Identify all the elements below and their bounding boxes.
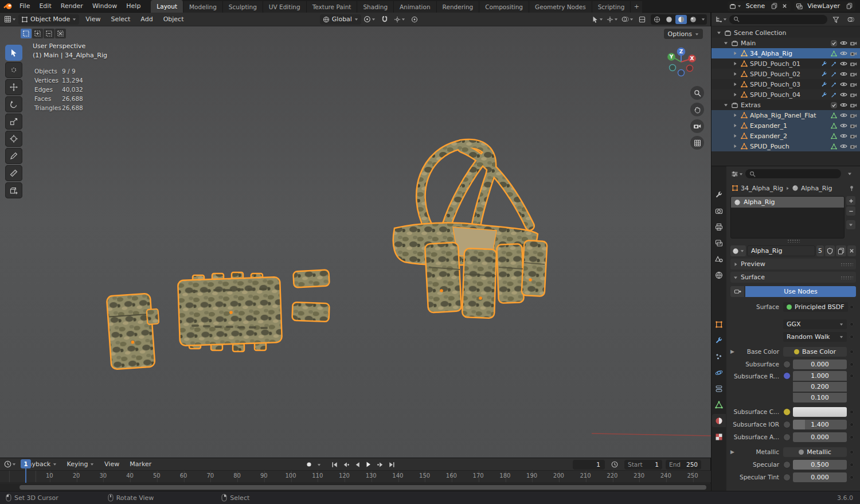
tab-particles[interactable] — [712, 350, 726, 363]
subsurface-radius-z[interactable]: 0.100 — [793, 393, 847, 403]
tab-constraints[interactable] — [712, 382, 726, 395]
disable-render-camera-icon[interactable] — [849, 111, 858, 120]
pivot-point-selector[interactable] — [363, 14, 376, 25]
subsurface-radius-y[interactable]: 0.200 — [793, 382, 847, 392]
tool-scale[interactable] — [5, 114, 22, 130]
disclosure-down-icon[interactable] — [723, 41, 729, 45]
tab-tool[interactable] — [712, 188, 726, 201]
shading-material-preview-button[interactable] — [675, 15, 687, 24]
tab-modifiers[interactable] — [712, 334, 726, 347]
workspace-tab-texture-paint[interactable]: Texture Paint — [307, 1, 358, 13]
workspace-tab-layout[interactable]: Layout — [151, 0, 183, 13]
color-socket-icon[interactable] — [783, 408, 791, 416]
disclosure-down-icon[interactable] — [716, 30, 722, 35]
use-preview-range-icon[interactable] — [608, 459, 621, 470]
tool-select-box[interactable] — [5, 45, 22, 61]
disable-render-camera-icon[interactable] — [849, 60, 858, 68]
breadcrumb-object[interactable]: 34_Alpha_Rig — [741, 185, 783, 192]
list-resize-grip[interactable] — [729, 239, 857, 243]
shading-wireframe-button[interactable] — [651, 15, 663, 24]
panel-grip[interactable] — [841, 263, 853, 266]
outliner-editor-type-selector[interactable] — [714, 14, 727, 25]
select-mode-new[interactable] — [21, 29, 32, 38]
disable-render-camera-icon[interactable] — [849, 70, 858, 79]
modifier-wrench-icon[interactable] — [820, 91, 828, 99]
decorator-dot[interactable] — [847, 450, 856, 454]
next-keyframe-button[interactable] — [375, 459, 385, 470]
socket-icon[interactable] — [783, 461, 791, 468]
tool-rotate[interactable] — [5, 96, 22, 112]
mesh-data-icon[interactable] — [830, 49, 838, 58]
hide-eye-icon[interactable] — [839, 70, 848, 79]
start-frame-field[interactable]: Start1 — [624, 460, 662, 470]
decorator-dot[interactable] — [847, 423, 856, 427]
zoom-icon[interactable] — [690, 86, 704, 100]
new-scene-button[interactable] — [769, 2, 779, 11]
tool-add-cube[interactable] — [5, 182, 22, 198]
node-tree-icon[interactable] — [730, 286, 744, 297]
perspective-toggle-icon[interactable] — [690, 136, 704, 150]
disclosure-right-icon[interactable] — [732, 72, 738, 76]
outliner-row-expander-1[interactable]: Expander_1 — [712, 120, 860, 131]
subsurface-color-swatch[interactable] — [793, 407, 847, 417]
expand-arrow-icon[interactable]: ▶ — [730, 349, 734, 354]
use-nodes-button[interactable]: Use Nodes — [745, 286, 856, 297]
decorator-dot[interactable] — [847, 350, 856, 354]
outliner-row-spud-pouch-02[interactable]: SPUD_Pouch_02 — [712, 69, 860, 79]
disclosure-right-icon[interactable] — [732, 134, 738, 138]
timeline-editor-type-selector[interactable] — [3, 459, 16, 470]
workspace-tab-animation[interactable]: Animation — [394, 1, 437, 13]
slot-specials-menu[interactable] — [846, 220, 855, 229]
play-button[interactable] — [363, 459, 374, 470]
workspace-tab-compositing[interactable]: Compositing — [479, 1, 529, 13]
disable-render-camera-icon[interactable] — [849, 101, 858, 110]
mesh-data-icon[interactable] — [830, 122, 838, 130]
disclosure-down-icon[interactable] — [723, 103, 729, 107]
shading-solid-button[interactable] — [663, 15, 675, 24]
previous-keyframe-button[interactable] — [341, 459, 351, 470]
tool-screwdriver-icon[interactable] — [830, 91, 838, 99]
surface-shader-selector[interactable]: Principled BSDF — [783, 302, 848, 312]
end-frame-field[interactable]: End250 — [666, 460, 701, 470]
hide-eye-icon[interactable] — [839, 60, 848, 68]
disclosure-right-icon[interactable] — [732, 113, 738, 118]
shading-dropdown[interactable] — [699, 15, 706, 24]
mode-selector[interactable]: Object Mode — [18, 14, 79, 25]
tab-world[interactable] — [712, 268, 726, 282]
remove-scene-button[interactable] — [780, 2, 789, 11]
base-color-input[interactable]: Base Color — [783, 347, 847, 357]
overlays-dropdown[interactable] — [621, 14, 634, 25]
outliner-row-34-alpha-rig[interactable]: 34_Alpha_Rig — [712, 48, 860, 58]
tool-measure[interactable] — [5, 165, 22, 181]
specular-tint-slider[interactable]: 0.000 — [793, 472, 847, 482]
exclude-checkbox-icon[interactable] — [830, 101, 838, 110]
workspace-tab-shading[interactable]: Shading — [357, 1, 394, 13]
menu-keying[interactable]: Keying — [63, 458, 98, 471]
subsurface-ior-slider[interactable]: 1.400 — [793, 420, 847, 429]
viewport-3d[interactable]: Object Mode View Select Add Object Globa… — [0, 13, 711, 458]
outliner-row-expander-2[interactable]: Expander_2 — [712, 131, 860, 141]
editor-type-selector[interactable] — [3, 14, 16, 25]
snap-toggle[interactable] — [378, 14, 391, 25]
menu-view[interactable]: View — [81, 13, 104, 26]
jump-to-end-button[interactable] — [386, 459, 397, 470]
add-slot-button[interactable] — [846, 196, 855, 205]
remove-slot-button[interactable] — [846, 206, 855, 216]
socket-icon[interactable] — [783, 433, 791, 441]
tool-move[interactable] — [5, 79, 22, 95]
hide-eye-icon[interactable] — [839, 142, 848, 151]
decorator-dot[interactable] — [847, 410, 856, 414]
modifier-wrench-icon[interactable] — [820, 60, 828, 68]
outliner-row-spud-pouch-03[interactable]: SPUD_Pouch_03 — [712, 79, 860, 89]
metallic-input[interactable]: Metallic — [783, 447, 847, 457]
pan-hand-icon[interactable] — [690, 103, 704, 116]
hide-eye-icon[interactable] — [839, 49, 848, 58]
outliner-row-spud-pouch-04[interactable]: SPUD_Pouch_04 — [712, 89, 860, 100]
disable-render-camera-icon[interactable] — [849, 49, 858, 58]
browse-material-button[interactable] — [730, 245, 746, 256]
modifier-wrench-icon[interactable] — [820, 70, 828, 79]
tab-output[interactable] — [712, 220, 726, 233]
scene-name[interactable]: Scene — [742, 2, 769, 10]
add-viewlayer-button[interactable] — [845, 2, 854, 11]
auto-key-record-icon[interactable] — [304, 459, 314, 470]
